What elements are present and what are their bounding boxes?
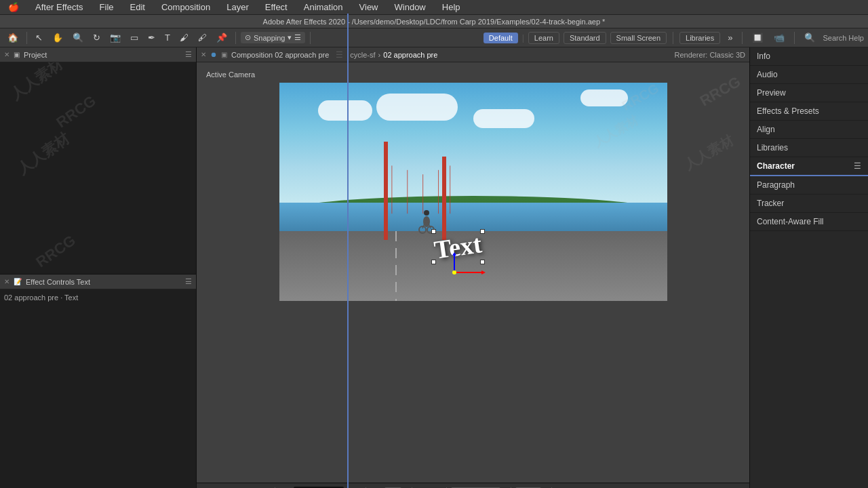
effect-controls-icon: 📝 xyxy=(14,278,22,285)
effect-controls-close-btn[interactable]: ✕ xyxy=(4,278,9,285)
comp-panel-marker: ▣ xyxy=(221,51,227,58)
character-menu-icon[interactable]: ☰ xyxy=(854,161,861,171)
zoom-tool[interactable]: 🔍 xyxy=(69,31,87,44)
menu-help[interactable]: Help xyxy=(439,1,463,14)
menu-bar: 🍎 After Effects File Edit Composition La… xyxy=(0,0,868,15)
menu-view[interactable]: View xyxy=(357,1,381,14)
search-help-label: Search Help xyxy=(823,34,864,42)
effect-controls-header: ✕ 📝 Effect Controls Text ☰ xyxy=(0,274,196,289)
project-panel-menu[interactable]: ☰ xyxy=(185,50,192,59)
menu-after-effects[interactable]: After Effects xyxy=(33,1,86,14)
brush-tool[interactable]: 🖌 xyxy=(176,31,192,44)
project-panel: ✕ ▣ Project ☰ 人人素材 RRCG 人人素材 RRCG xyxy=(0,47,196,274)
right-panel-libraries[interactable]: Libraries xyxy=(750,139,868,157)
text-layer-transform[interactable]: Text xyxy=(434,232,481,262)
handle-tl[interactable] xyxy=(431,229,436,234)
cloud-2 xyxy=(376,94,458,121)
color-picker[interactable]: 🔲 xyxy=(749,31,766,44)
home-btn[interactable]: 🏠 xyxy=(4,31,22,44)
expand-workspace-btn[interactable]: » xyxy=(724,31,736,44)
scene-background: Text xyxy=(279,83,667,301)
menu-edit[interactable]: Edit xyxy=(127,1,148,14)
menu-window[interactable]: Window xyxy=(392,1,429,14)
comp-panel-header: ✕ ⏺ ▣ Composition 02 approach pre ☰ cycl… xyxy=(197,47,749,62)
right-panel-paragraph[interactable]: Paragraph xyxy=(750,176,868,195)
right-panel-align[interactable]: Align xyxy=(750,121,868,139)
comp-controls: ⊡ ⊞ ⊟ 66.7% ▾ ⊞ 0:00:04:08 📷 ⊡ Full ▾ ⊡ … xyxy=(197,483,749,488)
puppet-tool[interactable]: 📌 xyxy=(213,31,231,44)
effect-controls-content: 02 approach pre · Text xyxy=(0,289,196,488)
handle-tr[interactable] xyxy=(480,229,485,234)
svg-point-5 xyxy=(424,210,429,216)
snapping-area: ⊙ Snapping ▾ ☰ xyxy=(241,32,305,43)
right-panel-info[interactable]: Info xyxy=(750,47,868,66)
wm-outer-1: RRCG xyxy=(697,73,744,110)
right-panel-preview[interactable]: Preview xyxy=(750,84,868,102)
rotation-tool[interactable]: ↻ xyxy=(90,31,104,44)
comp-panel-record: ⏺ xyxy=(210,51,217,58)
snapping-label: Snapping xyxy=(254,34,285,42)
snapping-icon: ⊙ xyxy=(245,33,251,42)
apple-menu[interactable]: 🍎 xyxy=(5,1,22,14)
rect-tool[interactable]: ▭ xyxy=(127,31,142,44)
project-tab-label[interactable]: Project xyxy=(24,51,47,59)
project-icon: ▣ xyxy=(14,51,20,58)
comp-tab-label[interactable]: Composition 02 approach pre xyxy=(231,51,329,59)
effect-controls-menu[interactable]: ☰ xyxy=(185,277,192,286)
hand-tool[interactable]: ✋ xyxy=(49,31,66,44)
main-layout: ✕ ▣ Project ☰ 人人素材 RRCG 人人素材 RRCG ✕ 📝 Ef… xyxy=(0,47,868,488)
workspace-small-screen[interactable]: Small Screen xyxy=(610,32,667,44)
project-content: 人人素材 RRCG 人人素材 RRCG xyxy=(0,62,196,274)
cloud-3 xyxy=(473,109,534,128)
left-panel: ✕ ▣ Project ☰ 人人素材 RRCG 人人素材 RRCG ✕ 📝 Ef… xyxy=(0,47,197,488)
camera-tool[interactable]: 📷 xyxy=(106,31,124,44)
right-panel-audio[interactable]: Audio xyxy=(750,66,868,84)
selection-tool[interactable]: ↖ xyxy=(32,31,46,44)
project-close-btn[interactable]: ✕ xyxy=(4,51,9,58)
effect-controls-tab-label[interactable]: Effect Controls Text xyxy=(26,278,90,286)
pen-tool[interactable]: ✒ xyxy=(144,31,159,44)
camera-icon[interactable]: 📹 xyxy=(770,31,788,44)
renderer-info: Renderer: Classic 3D xyxy=(674,51,745,59)
right-panel-content-aware-fill[interactable]: Content-Aware Fill xyxy=(750,213,868,231)
workspace-learn[interactable]: Learn xyxy=(528,32,559,44)
comp-panel: ✕ ⏺ ▣ Composition 02 approach pre ☰ cycl… xyxy=(197,47,749,488)
transform-widget xyxy=(448,252,488,281)
menu-file[interactable]: File xyxy=(97,1,117,14)
right-panel: Info Audio Preview Effects & Presets Ali… xyxy=(749,47,868,488)
handle-bl[interactable] xyxy=(431,260,436,264)
title-text: Adobe After Effects 2020 - /Users/demo/D… xyxy=(263,18,606,26)
watermark-3: 人人素材 xyxy=(13,128,73,179)
right-panel-character[interactable]: Character ☰ xyxy=(750,157,868,176)
menu-composition[interactable]: Composition xyxy=(159,1,213,14)
cloud-1 xyxy=(318,100,372,121)
menu-layer[interactable]: Layer xyxy=(224,1,252,14)
svg-point-15 xyxy=(452,270,456,274)
comp-panel-close[interactable]: ✕ xyxy=(201,51,206,58)
menu-animation[interactable]: Animation xyxy=(301,1,346,14)
right-panel-tracker[interactable]: Tracker xyxy=(750,195,868,213)
road-line xyxy=(395,231,397,301)
svg-marker-12 xyxy=(481,270,486,274)
watermark-2: RRCG xyxy=(53,92,99,131)
libraries-btn[interactable]: Libraries xyxy=(679,32,720,44)
comp-tab: Composition 02 approach pre xyxy=(231,51,329,59)
title-bar: Adobe After Effects 2020 - /Users/demo/D… xyxy=(0,15,868,28)
watermark-4: RRCG xyxy=(33,232,79,271)
breadcrumb-parent[interactable]: cycle-sf xyxy=(350,51,375,59)
workspace-standard[interactable]: Standard xyxy=(564,32,606,44)
comp-viewer: Active Camera xyxy=(197,62,749,483)
breadcrumb-current: 02 approach pre xyxy=(383,51,437,59)
wm-outer-2: 人人素材 xyxy=(681,131,737,174)
paint-tool[interactable]: 🖋 xyxy=(195,31,210,44)
canvas-area[interactable]: Text xyxy=(279,83,667,301)
menu-effect[interactable]: Effect xyxy=(262,1,290,14)
search-help-btn[interactable]: 🔍 xyxy=(801,31,818,44)
snapping-options: ▾ ☰ xyxy=(288,33,300,42)
active-camera-label: Active Camera xyxy=(206,70,255,79)
text-tool[interactable]: T xyxy=(161,31,174,44)
right-panel-effects-presets[interactable]: Effects & Presets xyxy=(750,102,868,121)
workspace-default[interactable]: Default xyxy=(484,33,518,43)
svg-marker-14 xyxy=(452,252,456,256)
center-area: ✕ ⏺ ▣ Composition 02 approach pre ☰ cycl… xyxy=(197,47,749,488)
